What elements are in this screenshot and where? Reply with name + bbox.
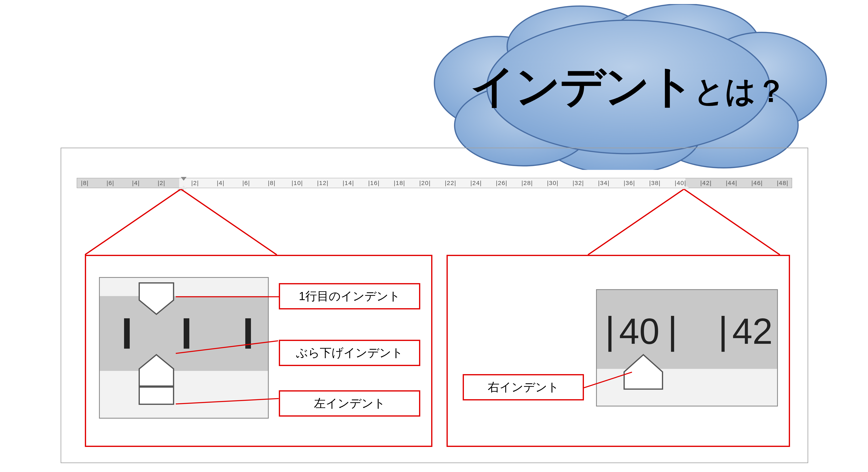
ruler-number: |34| bbox=[598, 180, 610, 186]
title-tail: とは？ bbox=[694, 74, 786, 108]
zoom-left bbox=[99, 277, 269, 419]
ruler-number: |8| bbox=[81, 180, 89, 186]
tick-icon bbox=[184, 318, 189, 349]
svg-marker-9 bbox=[139, 355, 174, 386]
title-bold: インデント bbox=[471, 61, 694, 111]
ruler-number: |28| bbox=[522, 180, 533, 186]
svg-rect-10 bbox=[139, 387, 174, 404]
tick-icon bbox=[124, 318, 130, 349]
ruler-number: |10| bbox=[291, 180, 303, 186]
ruler-number: |32| bbox=[572, 180, 584, 186]
label-first-line: 1行目のインデント bbox=[279, 283, 420, 309]
pointer-right-icon bbox=[446, 189, 790, 256]
svg-point-2 bbox=[606, 4, 760, 85]
first-line-indent-shape-icon bbox=[138, 282, 175, 316]
zoom-right-tick3-icon: | bbox=[718, 308, 728, 352]
ruler-number: |36| bbox=[624, 180, 635, 186]
title-text: インデントとは？ bbox=[446, 57, 810, 117]
ruler-number: |20| bbox=[419, 180, 431, 186]
right-indent-shape-icon bbox=[623, 353, 663, 391]
zoom-right: | 40 | | 42 bbox=[596, 289, 778, 407]
label-right: 右インデント bbox=[463, 374, 584, 401]
ruler-number: |6| bbox=[242, 180, 250, 186]
zoom-right-tick1-icon: | bbox=[605, 308, 615, 352]
ruler-number: |14| bbox=[343, 180, 354, 186]
ruler-number: |26| bbox=[496, 180, 507, 186]
ruler-number: |18| bbox=[394, 180, 405, 186]
title-cloud: インデントとは？ bbox=[414, 4, 838, 170]
ruler-number: |42| bbox=[700, 180, 712, 186]
left-indent-shape-icon bbox=[138, 386, 175, 406]
ruler-number: |16| bbox=[368, 180, 380, 186]
ruler-number: |46| bbox=[751, 180, 763, 186]
svg-marker-11 bbox=[624, 355, 662, 389]
svg-point-3 bbox=[697, 32, 826, 129]
label-hanging: ぶら下げインデント bbox=[279, 340, 420, 366]
zoom-right-num1: 40 bbox=[619, 310, 659, 352]
connector-line bbox=[176, 296, 279, 297]
ruler-number: |4| bbox=[132, 180, 140, 186]
svg-point-1 bbox=[507, 6, 653, 87]
svg-marker-8 bbox=[139, 283, 174, 314]
hanging-indent-shape-icon bbox=[138, 353, 175, 387]
ruler-number: |4| bbox=[217, 180, 224, 186]
ruler-number: |12| bbox=[317, 180, 329, 186]
zoom-right-tick2-icon: | bbox=[668, 308, 678, 352]
label-left: 左インデント bbox=[279, 390, 420, 417]
ruler-number: |48| bbox=[777, 180, 788, 186]
pointer-left-icon bbox=[85, 189, 432, 256]
ruler-number: |40| bbox=[675, 180, 686, 186]
ruler-numbers: |8||6||4||2||2||4||6||8||10||12||14||16|… bbox=[77, 178, 792, 188]
ruler-number: |6| bbox=[106, 180, 114, 186]
ruler-number: |8| bbox=[268, 180, 276, 186]
ruler-number: |2| bbox=[158, 180, 165, 186]
svg-point-7 bbox=[487, 20, 770, 154]
svg-point-0 bbox=[434, 36, 560, 129]
ruler-number: |2| bbox=[191, 180, 199, 186]
ruler-number: |22| bbox=[445, 180, 457, 186]
zoom-right-num2: 42 bbox=[732, 310, 773, 352]
ruler-number: |24| bbox=[470, 180, 482, 186]
ruler-number: |38| bbox=[649, 180, 661, 186]
ruler-number: |30| bbox=[547, 180, 558, 186]
ruler-number: |44| bbox=[726, 180, 737, 186]
